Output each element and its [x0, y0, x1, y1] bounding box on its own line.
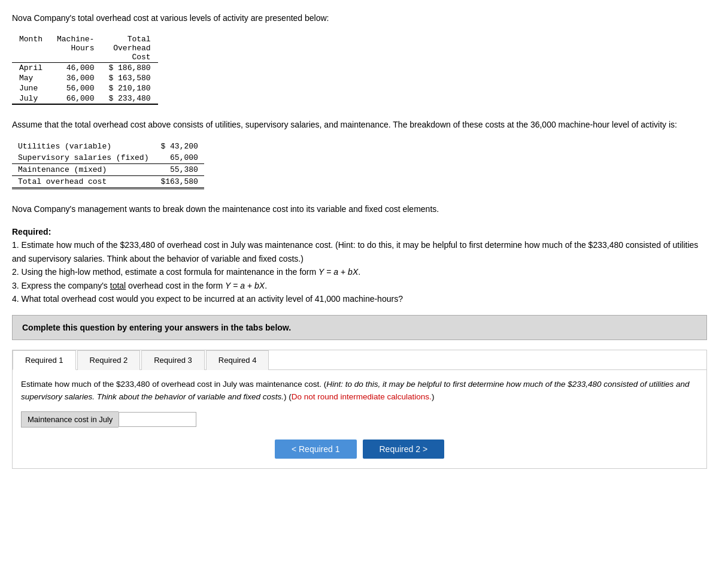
- required-item-3: 3. Express the company's total overhead …: [12, 281, 267, 290]
- table-row: July 66,000 $ 233,480: [12, 93, 158, 104]
- table-row: June 56,000 $ 210,180: [12, 83, 158, 93]
- total-overhead-header: Total Overhead Cost: [101, 34, 157, 63]
- tab-required-2[interactable]: Required 2: [77, 350, 141, 370]
- cost-cell: $ 233,480: [101, 93, 157, 104]
- tab-required-3[interactable]: Required 3: [141, 350, 205, 370]
- cost-amount: $ 43,200: [154, 141, 204, 152]
- total-amount: $163,580: [154, 176, 204, 189]
- tab-required-4[interactable]: Required 4: [206, 350, 269, 370]
- total-row: Total overhead cost $163,580: [12, 176, 204, 189]
- cost-label: Supervisory salaries (fixed): [12, 152, 154, 164]
- table-row: May 36,000 $ 163,580: [12, 73, 158, 83]
- cost-amount: 65,000: [154, 152, 204, 164]
- desc-part1: Estimate how much of the $233,480 of ove…: [21, 380, 326, 389]
- total-label: Total overhead cost: [12, 176, 154, 189]
- tab-content-area: Estimate how much of the $233,480 of ove…: [13, 370, 706, 468]
- table-row: Maintenance (mixed) 55,380: [12, 164, 204, 176]
- tab-description: Estimate how much of the $233,480 of ove…: [21, 378, 698, 403]
- intro-text: Nova Company's total overhead cost at va…: [12, 12, 707, 25]
- required-item-1: 1. Estimate how much of the $233,480 of …: [12, 240, 698, 263]
- required-label: Required:: [12, 227, 51, 237]
- required-item-2: 2. Using the high-low method, estimate a…: [12, 267, 360, 277]
- maintenance-cost-row: Maintenance cost in July: [21, 411, 698, 428]
- tab-required-1[interactable]: Required 1: [13, 350, 76, 370]
- table-row: April 46,000 $ 186,880: [12, 63, 158, 74]
- next-required-button[interactable]: Required 2 >: [363, 440, 445, 459]
- cost-label: Maintenance (mixed): [12, 164, 154, 176]
- nav-buttons: < Required 1 Required 2 >: [21, 440, 698, 459]
- cost-cell: $ 186,880: [101, 63, 157, 74]
- table-row: Supervisory salaries (fixed) 65,000: [12, 152, 204, 164]
- cost-amount: 55,380: [154, 164, 204, 176]
- hours-cell: 56,000: [50, 83, 101, 93]
- table-row: Utilities (variable) $ 43,200: [12, 141, 204, 152]
- month-header: Month: [12, 34, 50, 63]
- do-not-round-text: Do not round intermediate calculations.: [292, 392, 432, 401]
- prev-required-button[interactable]: < Required 1: [275, 440, 357, 459]
- complete-text: Complete this question by entering your …: [22, 323, 291, 332]
- overhead-table: Month Machine- Hours Total Overhead Cost…: [12, 34, 158, 105]
- required-section: Required: 1. Estimate how much of the $2…: [12, 225, 707, 305]
- cost-label: Utilities (variable): [12, 141, 154, 152]
- desc-part2: ) (: [284, 392, 292, 401]
- tabs-header: Required 1 Required 2 Required 3 Require…: [13, 350, 706, 370]
- hours-cell: 36,000: [50, 73, 101, 83]
- desc-part3: ): [432, 392, 435, 401]
- month-cell: July: [12, 93, 50, 104]
- cost-cell: $ 210,180: [101, 83, 157, 93]
- maintenance-cost-input[interactable]: [119, 412, 196, 427]
- assume-text: Assume that the total overhead cost abov…: [12, 119, 707, 131]
- complete-instructions-box: Complete this question by entering your …: [12, 315, 707, 340]
- machine-hours-header: Machine- Hours: [50, 34, 101, 63]
- month-cell: May: [12, 73, 50, 83]
- month-cell: June: [12, 83, 50, 93]
- maintenance-cost-label: Maintenance cost in July: [21, 411, 119, 428]
- month-cell: April: [12, 63, 50, 74]
- cost-cell: $ 163,580: [101, 73, 157, 83]
- hours-cell: 46,000: [50, 63, 101, 74]
- hours-cell: 66,000: [50, 93, 101, 104]
- cost-breakdown-table: Utilities (variable) $ 43,200 Supervisor…: [12, 141, 204, 189]
- required-item-4: 4. What total overhead cost would you ex…: [12, 294, 403, 304]
- management-text: Nova Company's management wants to break…: [12, 203, 707, 216]
- tabs-container: Required 1 Required 2 Required 3 Require…: [12, 350, 707, 469]
